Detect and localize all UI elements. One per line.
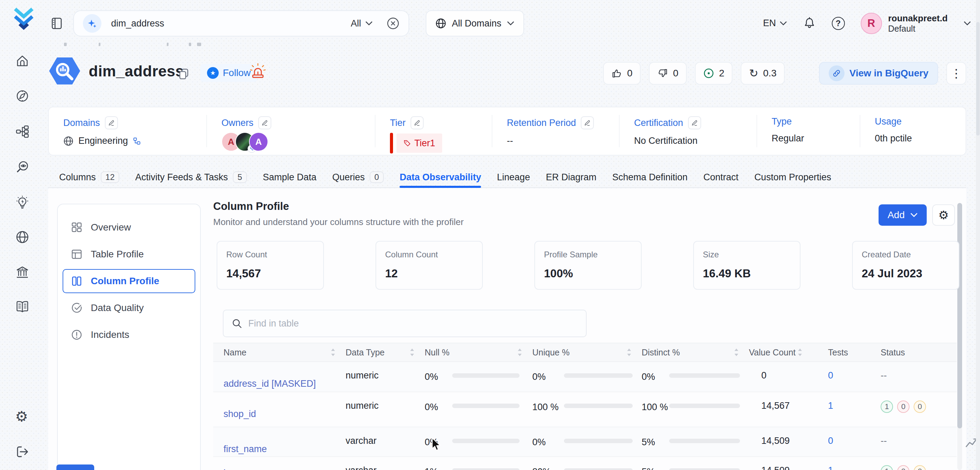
- sort-icon[interactable]: [331, 349, 335, 356]
- avatar[interactable]: A: [249, 132, 268, 151]
- tab-schema-definition[interactable]: Schema Definition: [612, 167, 687, 187]
- distinct-bar: [669, 373, 740, 378]
- tab-activity-feeds[interactable]: Activity Feeds & Tasks5: [135, 167, 247, 187]
- status-cell: --: [867, 436, 957, 446]
- status-passed-badge[interactable]: 1: [881, 400, 893, 413]
- status-aborted-badge[interactable]: 0: [914, 400, 926, 413]
- edit-domains-icon[interactable]: [105, 116, 118, 129]
- domains-filter-dropdown[interactable]: All Domains: [426, 10, 524, 37]
- status-failed-badge[interactable]: 0: [897, 400, 910, 413]
- language-dropdown[interactable]: EN: [763, 18, 787, 29]
- window-scrollbar-thumb[interactable]: [976, 22, 980, 135]
- table-row: shop_id numeric 0% 100 % 100 % 14,567 1 …: [213, 392, 957, 427]
- tests-link[interactable]: 0: [813, 436, 867, 446]
- page-title: dim_address: [89, 63, 184, 80]
- nav-item-overview[interactable]: Overview: [63, 215, 195, 239]
- sidebar-item-settings[interactable]: ⚙: [15, 409, 30, 424]
- search-scope-dropdown[interactable]: All: [351, 18, 373, 29]
- column-name-link[interactable]: shop_id: [213, 409, 345, 419]
- downvote-button[interactable]: 0: [649, 62, 687, 84]
- sidebar-item-domains[interactable]: [15, 230, 30, 244]
- app-logo-icon[interactable]: [13, 6, 35, 33]
- tab-queries[interactable]: Queries0: [332, 167, 384, 187]
- owner-avatars[interactable]: A A: [221, 132, 360, 151]
- tests-link[interactable]: 1: [813, 465, 867, 470]
- tab-contract[interactable]: Contract: [703, 167, 738, 187]
- column-name-link[interactable]: address_id [MASKED]: [213, 379, 345, 389]
- sidebar-item-lineage[interactable]: [15, 124, 30, 139]
- columns-icon: [71, 275, 83, 287]
- sidebar-item-logout[interactable]: [15, 445, 30, 459]
- sort-icon[interactable]: [410, 349, 414, 356]
- nav-item-incidents[interactable]: Incidents: [63, 323, 195, 347]
- clear-search-icon[interactable]: [387, 17, 399, 30]
- sidebar-item-govern[interactable]: [15, 266, 30, 280]
- status-failed-badge[interactable]: 0: [897, 465, 910, 470]
- tab-er-diagram[interactable]: ER Diagram: [546, 167, 596, 187]
- header-null-pct[interactable]: Null %: [425, 347, 532, 357]
- sort-icon[interactable]: [798, 349, 802, 356]
- watch-count-button[interactable]: 2: [695, 62, 733, 84]
- search-input[interactable]: dim_address: [111, 18, 164, 29]
- status-aborted-badge[interactable]: 0: [914, 465, 926, 470]
- chevron-down-icon[interactable]: [964, 21, 971, 26]
- upvote-button[interactable]: 0: [603, 62, 641, 84]
- globe-icon: [63, 136, 73, 146]
- header-distinct-pct[interactable]: Distinct %: [642, 347, 749, 357]
- add-button[interactable]: Add: [878, 204, 927, 226]
- profiler-settings-button[interactable]: ⚙: [932, 204, 955, 226]
- top-bar: dim_address All All Domains EN: [0, 0, 980, 46]
- global-search-bar[interactable]: dim_address All: [73, 10, 409, 37]
- nav-item-table-profile[interactable]: Table Profile: [63, 242, 195, 266]
- more-options-button[interactable]: ⋮: [946, 62, 966, 84]
- sort-icon[interactable]: [627, 349, 631, 356]
- sidebar-item-insights[interactable]: [15, 195, 30, 210]
- notifications-bell-icon[interactable]: [803, 16, 816, 30]
- nav-item-data-quality[interactable]: Data Quality: [63, 296, 195, 320]
- edit-retention-icon[interactable]: [581, 116, 594, 129]
- status-passed-badge[interactable]: 1: [881, 465, 893, 470]
- edit-tier-icon[interactable]: [410, 116, 424, 129]
- column-name-link[interactable]: last_name: [213, 468, 345, 470]
- entity-metadata-card: Domains Engineering Owners A A Tier: [48, 107, 966, 156]
- tests-link[interactable]: 0: [813, 370, 867, 381]
- header-name[interactable]: Name: [213, 347, 345, 357]
- tab-custom-properties[interactable]: Custom Properties: [754, 167, 832, 187]
- header-data-type[interactable]: Data Type: [345, 347, 425, 357]
- user-menu[interactable]: R rounakpreet.d Default: [861, 13, 948, 34]
- tab-data-observability[interactable]: Data Observability: [399, 167, 481, 187]
- nav-bottom-accent: [56, 465, 94, 470]
- null-bar: [452, 439, 520, 443]
- edit-certification-icon[interactable]: [688, 116, 701, 129]
- header-unique-pct[interactable]: Unique %: [532, 347, 642, 357]
- header-value-count[interactable]: Value Count: [749, 347, 813, 357]
- sidebar-item-explore[interactable]: [15, 89, 30, 103]
- tier-color-bar: [390, 133, 393, 153]
- chevron-down-icon: [910, 213, 918, 217]
- sort-icon[interactable]: [734, 349, 738, 356]
- edit-owners-icon[interactable]: [258, 116, 271, 129]
- column-name-link[interactable]: first_name: [213, 444, 345, 454]
- help-icon[interactable]: ?: [832, 17, 845, 30]
- alert-siren-icon[interactable]: [250, 63, 266, 81]
- find-in-table-input[interactable]: Find in table: [223, 310, 587, 337]
- sidebar-item-observability[interactable]: [15, 160, 30, 174]
- domain-link[interactable]: Engineering: [78, 135, 128, 146]
- overview-grid-icon: [71, 221, 83, 233]
- window-scrollbar[interactable]: [976, 0, 980, 470]
- tier-score-button[interactable]: ↻ 0.3: [741, 62, 785, 84]
- tests-link[interactable]: 1: [813, 400, 867, 411]
- follow-button[interactable]: ★ Follow: [200, 64, 258, 82]
- tab-sample-data[interactable]: Sample Data: [263, 167, 317, 187]
- thumbs-down-icon: [657, 68, 668, 79]
- view-in-bigquery-button[interactable]: View in BigQuery: [819, 62, 938, 84]
- tab-lineage[interactable]: Lineage: [497, 167, 530, 187]
- copy-name-icon[interactable]: [177, 67, 191, 81]
- nav-item-column-profile[interactable]: Column Profile: [63, 269, 195, 293]
- sidebar-item-glossary[interactable]: [15, 300, 30, 314]
- sort-icon[interactable]: [517, 349, 522, 356]
- scrollbar-thumb[interactable]: [957, 203, 962, 429]
- tab-columns[interactable]: Columns12: [59, 167, 119, 187]
- sidebar-item-home[interactable]: [15, 54, 30, 68]
- sidebar-toggle-icon[interactable]: [50, 16, 65, 31]
